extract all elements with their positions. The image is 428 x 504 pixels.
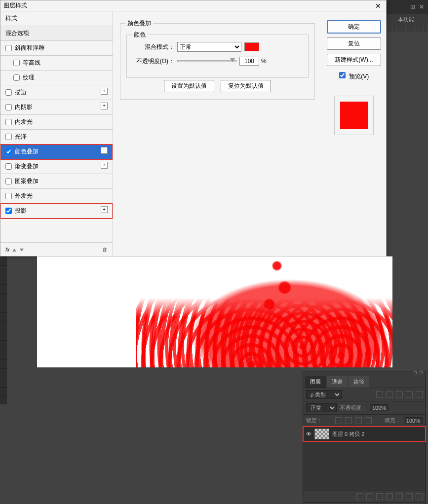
style-checkbox[interactable] [5, 193, 12, 199]
style-item-10[interactable]: 外发光 [0, 189, 113, 204]
style-item-0[interactable]: 斜面和浮雕 [0, 41, 113, 56]
adjust-icon[interactable] [386, 493, 393, 500]
tab-paths[interactable]: 路径 [349, 376, 369, 388]
new-style-button[interactable]: 新建样式(W)... [327, 54, 381, 66]
filter-type-select[interactable]: ρ 类型 [306, 390, 342, 399]
preview-swatch-box [334, 96, 374, 135]
app-close-icon[interactable]: ✕ [419, 3, 424, 10]
layer-opacity-value[interactable]: 100% [370, 404, 389, 411]
blend-options-row[interactable]: 混合选项 [0, 26, 113, 41]
style-item-11[interactable]: 投影+ [0, 204, 113, 218]
left-toolbar[interactable] [0, 256, 7, 404]
styles-panel: 样式 混合选项 斜面和浮雕等高线纹理描边+内阴影+内发光光泽颜色叠加+渐变叠加+… [0, 11, 113, 256]
ruler-horizontal [384, 25, 428, 32]
style-item-8[interactable]: 渐变叠加+ [0, 159, 113, 174]
styles-header[interactable]: 样式 [0, 11, 113, 26]
style-label: 等高线 [23, 59, 40, 67]
group-legend: 颜色叠加 [125, 19, 153, 28]
style-item-7[interactable]: 颜色叠加+ [0, 144, 113, 159]
reset-default-button[interactable]: 复位为默认值 [221, 80, 271, 92]
style-checkbox[interactable] [13, 60, 20, 66]
delete-layer-icon[interactable] [416, 493, 423, 500]
styles-footer: fx 🗑 [0, 242, 113, 256]
move-up-icon[interactable] [12, 249, 16, 252]
move-down-icon[interactable] [20, 249, 24, 252]
style-checkbox[interactable] [5, 89, 12, 96]
mask-icon[interactable] [376, 493, 383, 500]
settings-panel: 颜色叠加 颜色 混合模式： 正常 不透明度(O)： % [113, 11, 322, 256]
tab-channels[interactable]: 通道 [327, 376, 348, 388]
canvas[interactable] [37, 256, 392, 367]
add-effect-icon[interactable]: + [101, 162, 108, 169]
app-workspace-menu[interactable]: 本功能 [384, 14, 428, 25]
style-item-5[interactable]: 内发光 [0, 115, 113, 130]
style-checkbox[interactable] [5, 208, 12, 214]
style-label: 光泽 [15, 133, 27, 141]
style-label: 投影 [15, 207, 27, 215]
layer-name[interactable]: 图层 0 拷贝 2 [332, 431, 364, 438]
visibility-eye-icon[interactable]: 👁 [306, 431, 311, 437]
style-checkbox[interactable] [13, 74, 20, 81]
style-checkbox[interactable] [5, 148, 12, 155]
app-top-buttons: ⊞ ✕ [384, 0, 428, 14]
lock-label: 锁定： [306, 417, 322, 424]
style-item-6[interactable]: 光泽 [0, 130, 113, 144]
preview-checkbox-row[interactable]: 预览(V) [339, 72, 369, 81]
style-label: 纹理 [23, 73, 35, 82]
fx-menu-icon[interactable]: fx [5, 247, 10, 252]
dialog-close-icon[interactable]: ✕ [373, 2, 383, 10]
style-checkbox[interactable] [5, 104, 12, 110]
dialog-titlebar[interactable]: 图层样式 ✕ [0, 0, 386, 11]
app-expand-icon[interactable]: ⊞ [410, 3, 415, 10]
trash-icon[interactable]: 🗑 [102, 247, 108, 252]
reset-button[interactable]: 复位 [327, 37, 381, 50]
fill-value[interactable]: 100% [404, 417, 423, 424]
link-icon[interactable] [356, 493, 363, 500]
opacity-input[interactable] [239, 57, 259, 66]
fx-icon[interactable] [366, 493, 373, 500]
new-layer-icon[interactable] [406, 493, 413, 500]
styles-list: 斜面和浮雕等高线纹理描边+内阴影+内发光光泽颜色叠加+渐变叠加+图案叠加外发光投… [0, 41, 113, 242]
set-default-button[interactable]: 设置为默认值 [164, 80, 214, 92]
layer-style-dialog: 图层样式 ✕ 样式 混合选项 斜面和浮雕等高线纹理描边+内阴影+内发光光泽颜色叠… [0, 0, 387, 256]
style-checkbox[interactable] [5, 178, 12, 184]
style-label: 渐变叠加 [15, 162, 39, 171]
add-effect-icon[interactable]: + [101, 103, 108, 109]
style-label: 颜色叠加 [15, 147, 39, 156]
layer-blend-select[interactable]: 正常 [306, 403, 337, 412]
add-effect-icon[interactable]: + [101, 147, 108, 154]
canvas-artwork [136, 256, 392, 367]
style-checkbox[interactable] [5, 163, 12, 170]
style-item-2[interactable]: 纹理 [0, 71, 113, 85]
style-checkbox[interactable] [5, 119, 12, 125]
opacity-slider[interactable] [177, 60, 236, 62]
style-checkbox[interactable] [5, 134, 12, 140]
group-icon[interactable] [396, 493, 403, 500]
opacity-unit: % [261, 58, 267, 65]
layers-panel: 图层 通道 路径 ρ 类型 正常 不透明度： 100% 锁定： 填充： 100%… [303, 371, 426, 503]
ok-button[interactable]: 确定 [327, 20, 381, 34]
layer-row[interactable]: 👁 图层 0 拷贝 2 [303, 427, 426, 441]
actions-panel: 确定 复位 新建样式(W)... 预览(V) [322, 11, 386, 256]
style-checkbox[interactable] [5, 45, 12, 51]
panel-collapse-controls[interactable] [303, 371, 426, 376]
style-item-4[interactable]: 内阴影+ [0, 100, 113, 115]
dialog-title: 图层样式 [3, 1, 27, 10]
style-item-9[interactable]: 图案叠加 [0, 174, 113, 189]
color-swatch[interactable] [244, 42, 259, 51]
layer-thumbnail[interactable] [314, 429, 329, 439]
tab-layers[interactable]: 图层 [305, 376, 326, 388]
color-overlay-group: 颜色叠加 颜色 混合模式： 正常 不透明度(O)： % [120, 23, 315, 100]
style-label: 内阴影 [15, 103, 33, 111]
style-item-1[interactable]: 等高线 [0, 56, 113, 71]
add-effect-icon[interactable]: + [101, 88, 108, 95]
preview-checkbox[interactable] [339, 72, 346, 78]
layers-footer-icons[interactable] [303, 491, 426, 502]
add-effect-icon[interactable]: + [101, 206, 108, 213]
subgroup-legend: 颜色 [132, 31, 148, 39]
filter-kind-icons[interactable] [376, 391, 423, 398]
style-item-3[interactable]: 描边+ [0, 85, 113, 100]
lock-icons[interactable] [335, 417, 372, 424]
style-label: 描边 [15, 88, 27, 97]
blend-mode-select[interactable]: 正常 [177, 42, 241, 52]
